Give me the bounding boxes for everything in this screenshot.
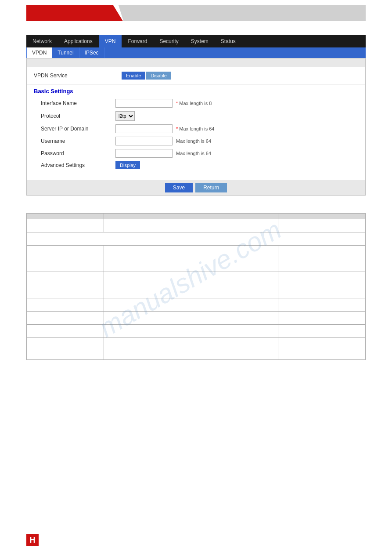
cell-1-1 [27,219,104,232]
cell-4-2 [104,272,278,298]
cell-6-2 [104,312,278,325]
nav-item-vpn[interactable]: VPN [99,35,122,47]
advanced-settings-row: Advanced Settings Display [41,161,358,169]
data-table [26,213,366,360]
cell-8-1 [27,338,104,360]
footer-logo: H [26,534,39,546]
nav-item-system[interactable]: System [185,35,215,47]
basic-settings-header: Basic Settings [27,84,365,97]
server-ip-hint: Max length is 64 [176,126,214,131]
server-ip-label: Server IP or Domain [41,126,115,132]
cell-7-1 [27,325,104,338]
password-label: Password [41,150,115,156]
enable-button[interactable]: Enable [122,72,145,80]
username-hint: Max length is 64 [176,138,211,144]
cell-5-2 [104,298,278,312]
cell-3-2 [104,246,278,272]
cell-6-1 [27,312,104,325]
username-label: Username [41,138,115,144]
nav-item-applications[interactable]: Applications [58,35,99,47]
sub-nav: VPDN Tunnel IPSec [26,47,366,58]
header-red-shape [26,5,123,21]
footer-bar: Save Return [27,180,365,195]
password-hint: Max length is 64 [176,151,211,156]
vpdn-service-label: VPDN Service [34,73,122,79]
nav-bar: Network Applications VPN Forward Securit… [26,35,366,47]
interface-name-label: Interface Name [41,100,115,106]
save-button[interactable]: Save [165,183,193,192]
nav-item-forward[interactable]: Forward [122,35,153,47]
cell-6-3 [278,312,366,325]
table-row [27,312,366,325]
username-input[interactable] [115,137,173,145]
table-row-tall [27,272,366,298]
cell-1-3 [278,219,366,232]
subnav-ipsec[interactable]: IPSec [79,47,104,58]
table-row [27,219,366,232]
interface-name-input[interactable] [115,99,173,108]
logo-h-icon: H [26,534,39,546]
subnav-vpdn[interactable]: VPDN [26,47,52,58]
server-ip-row: Server IP or Domain Max length is 64 [41,124,358,133]
settings-form: Interface Name Max length is 8 Protocol … [27,97,365,180]
nav-item-status[interactable]: Status [215,35,242,47]
header-gray-shape [119,5,366,21]
server-ip-input[interactable] [115,124,173,133]
content-panel: VPDN Service Enable Disable Basic Settin… [26,58,366,196]
cell-4-3 [278,272,366,298]
subnav-tunnel[interactable]: Tunnel [52,47,79,58]
col-header-1 [27,214,104,219]
interface-name-row: Interface Name Max length is 8 [41,99,358,108]
password-input[interactable] [115,149,173,158]
return-button[interactable]: Return [195,183,227,192]
cell-8-3 [278,338,366,360]
cell-8-2 [104,338,278,360]
advanced-settings-label: Advanced Settings [41,162,115,168]
vpdn-service-row: VPDN Service Enable Disable [27,67,365,84]
col-header-3 [278,214,366,219]
cell-7-2 [104,325,278,338]
col-header-2 [104,214,278,219]
cell-7-3 [278,325,366,338]
nav-item-security[interactable]: Security [153,35,184,47]
table-row [27,298,366,312]
main-content: Network Applications VPN Forward Securit… [0,26,392,369]
cell-5-1 [27,298,104,312]
cell-1-2 [104,219,278,232]
cell-3-3 [278,246,366,272]
table-row [27,232,366,246]
protocol-row: Protocol l2tp [41,111,358,121]
disable-button[interactable]: Disable [146,72,171,80]
vpdn-top-bar [27,58,365,67]
table-header-row [27,214,366,219]
cell-5-3 [278,298,366,312]
header-bar [0,0,392,26]
cell-3-1 [27,246,104,272]
nav-item-network[interactable]: Network [26,35,58,47]
table-row-tall [27,246,366,272]
cell-4-1 [27,272,104,298]
interface-name-hint: Max length is 8 [176,101,212,106]
protocol-select[interactable]: l2tp [115,111,135,121]
display-button[interactable]: Display [115,161,140,169]
password-row: Password Max length is 64 [41,149,358,158]
protocol-label: Protocol [41,113,115,119]
table-row [27,338,366,360]
table-row [27,325,366,338]
username-row: Username Max length is 64 [41,137,358,145]
cell-2-span [27,232,366,246]
table-section [26,213,366,360]
